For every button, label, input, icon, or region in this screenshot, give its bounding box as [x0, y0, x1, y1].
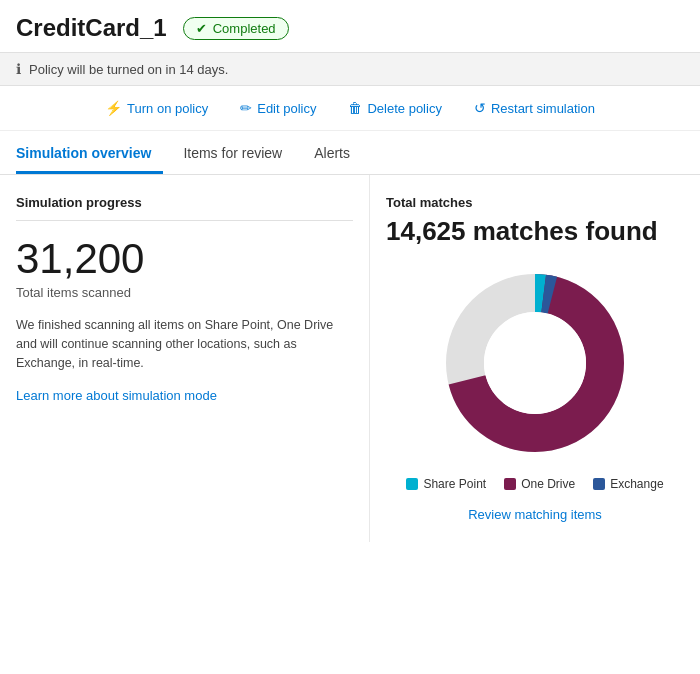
onedrive-dot [504, 478, 516, 490]
delete-policy-button[interactable]: 🗑 Delete policy [346, 96, 443, 120]
tab-simulation-overview[interactable]: Simulation overview [16, 131, 163, 174]
exchange-label: Exchange [610, 477, 663, 491]
toolbar: ⚡ Turn on policy ✏ Edit policy 🗑 Delete … [0, 86, 700, 131]
info-bar: ℹ Policy will be turned on in 14 days. [0, 52, 700, 86]
turn-on-policy-button[interactable]: ⚡ Turn on policy [103, 96, 210, 120]
sharepoint-dot [406, 478, 418, 490]
sharepoint-label: Share Point [423, 477, 486, 491]
right-panel: Total matches 14,625 matches found [370, 175, 700, 542]
trash-icon: 🗑 [348, 100, 362, 116]
learn-more-link[interactable]: Learn more about simulation mode [16, 388, 217, 403]
edit-policy-label: Edit policy [257, 101, 316, 116]
total-items-count: 31,200 [16, 235, 353, 283]
legend-onedrive: One Drive [504, 477, 575, 491]
edit-policy-button[interactable]: ✏ Edit policy [238, 96, 318, 120]
legend-sharepoint: Share Point [406, 477, 486, 491]
tab-items-for-review[interactable]: Items for review [183, 131, 294, 174]
restart-simulation-label: Restart simulation [491, 101, 595, 116]
tabs: Simulation overview Items for review Ale… [0, 131, 700, 175]
matches-count: 14,625 matches found [386, 216, 658, 247]
restart-icon: ↺ [474, 100, 486, 116]
status-badge: ✔ Completed [183, 17, 289, 40]
chart-legend: Share Point One Drive Exchange [406, 477, 663, 491]
simulation-progress-label: Simulation progress [16, 195, 353, 210]
donut-chart-container: Share Point One Drive Exchange [406, 263, 663, 491]
turn-on-policy-label: Turn on policy [127, 101, 208, 116]
header: CreditCard_1 ✔ Completed [0, 0, 700, 52]
restart-simulation-button[interactable]: ↺ Restart simulation [472, 96, 597, 120]
info-icon: ℹ [16, 61, 21, 77]
status-label: Completed [213, 21, 276, 36]
info-message: Policy will be turned on in 14 days. [29, 62, 228, 77]
onedrive-label: One Drive [521, 477, 575, 491]
lightning-icon: ⚡ [105, 100, 122, 116]
total-items-label: Total items scanned [16, 285, 353, 300]
check-icon: ✔ [196, 21, 207, 36]
description-text: We finished scanning all items on Share … [16, 316, 336, 372]
divider [16, 220, 353, 221]
exchange-dot [593, 478, 605, 490]
main-content: Simulation progress 31,200 Total items s… [0, 175, 700, 542]
pencil-icon: ✏ [240, 100, 252, 116]
page-title: CreditCard_1 [16, 14, 167, 42]
review-matching-items-link[interactable]: Review matching items [468, 507, 602, 522]
delete-policy-label: Delete policy [367, 101, 441, 116]
svg-point-4 [484, 312, 586, 414]
tab-alerts[interactable]: Alerts [314, 131, 362, 174]
legend-exchange: Exchange [593, 477, 663, 491]
total-matches-label: Total matches [386, 195, 684, 210]
left-panel: Simulation progress 31,200 Total items s… [0, 175, 370, 542]
donut-chart [435, 263, 635, 463]
